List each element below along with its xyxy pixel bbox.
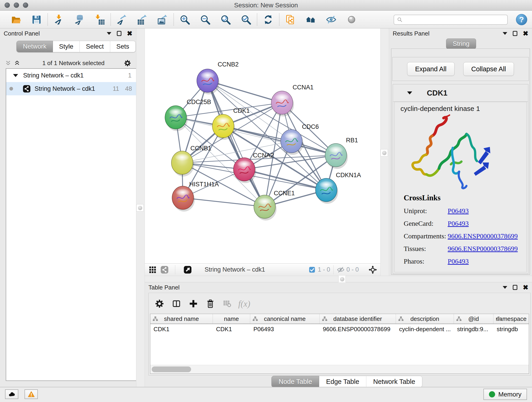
import-table-button[interactable] [89,12,110,27]
column-header-name[interactable]: name [213,314,250,324]
selected-checkbox-icon[interactable] [309,266,316,273]
crosslink-label: GeneCard: [404,220,448,227]
warnings-button[interactable] [25,389,38,399]
share-icon[interactable] [160,266,169,274]
export-image-button[interactable] [152,12,173,27]
column-header-canonical-name[interactable]: canonical name [250,314,320,324]
save-session-button[interactable] [26,12,47,27]
birdseye-icon[interactable] [184,266,192,274]
hscroll-thumb[interactable] [152,366,191,372]
panel-menu-icon[interactable] [107,32,111,35]
left-splitter-knob[interactable] [136,204,144,211]
toolbar-separator [279,13,279,26]
crosslink-value-link[interactable]: 9606.ENSP00000378699 [448,232,518,240]
memory-button[interactable]: Memory [483,389,527,400]
tab-select[interactable]: Select [80,41,110,52]
crosslink-value-link[interactable]: P06493 [448,220,469,227]
panel-close-icon[interactable]: ✖ [127,30,133,37]
network-options-gear-icon[interactable] [124,60,131,67]
split-view-button[interactable] [172,299,181,308]
zoom-selected-button[interactable] [236,12,256,27]
panel-menu-icon[interactable] [503,286,507,289]
tab-node-table[interactable]: Node Table [272,376,319,387]
panel-close-icon[interactable]: ✖ [523,284,528,291]
table-settings-button[interactable] [155,299,164,308]
right-splitter-knob[interactable] [380,149,388,157]
hide-selected-button[interactable] [321,12,341,27]
graphics-details-button[interactable] [341,12,362,27]
panel-float-icon[interactable] [513,31,517,36]
grid-view-icon[interactable] [148,266,157,274]
expand-all-icon[interactable] [14,60,20,66]
close-window-icon[interactable] [5,2,10,8]
column-header-description[interactable]: description [396,314,454,324]
collapse-all-icon[interactable] [5,60,11,66]
crosslink-value-link[interactable]: 9606.ENSP00000378699 [448,245,518,253]
tab-network-table[interactable]: Network Table [366,376,422,387]
panel-float-icon[interactable] [513,285,517,290]
right-splitter[interactable] [380,28,389,276]
tab-network[interactable]: Network [17,41,53,52]
hidden-eye-icon[interactable] [337,266,345,274]
first-neighbors-button[interactable] [301,12,321,27]
panel-menu-icon[interactable] [503,32,507,35]
column-header-shared-name[interactable]: shared name [150,314,213,324]
open-session-button[interactable] [6,12,26,27]
import-database-button[interactable] [69,12,89,27]
collapse-all-button[interactable]: Collapse All [463,62,514,76]
tab-sets[interactable]: Sets [110,41,136,52]
import-network-button[interactable] [49,12,69,27]
network-collection-row[interactable]: String Network – cdk1 1 [6,69,137,82]
fit-content-icon[interactable] [368,265,377,274]
minimize-window-icon[interactable] [14,2,19,8]
traffic-lights[interactable] [5,2,28,8]
column-header-database-identifier[interactable]: database identifier [320,314,396,324]
horizontal-splitter[interactable] [145,276,532,282]
table-row[interactable]: CDK1CDK1P064939606.ENSP00000378699cyclin… [150,324,529,334]
section-expander-icon[interactable] [407,91,412,95]
table-hscrollbar[interactable] [150,365,529,374]
help-button[interactable]: ? [516,14,527,25]
tab-string[interactable]: String [446,38,476,49]
export-table-button[interactable] [132,12,152,27]
tab-edge-table[interactable]: Edge Table [319,376,366,387]
network-node-CDKN1A[interactable] [316,178,338,204]
node-table[interactable]: shared namenamecanonical namedatabase id… [150,314,529,374]
add-column-button[interactable] [189,299,198,308]
panel-close-icon[interactable]: ✖ [523,30,528,37]
network-row-selected[interactable]: String Network – cdk1 11 48 [6,82,137,95]
crosslink-value-link[interactable]: P06493 [448,207,469,215]
left-splitter[interactable] [136,28,145,387]
export-network-button[interactable] [112,12,132,27]
crosslink-value-link[interactable]: P06493 [448,257,469,265]
zoom-in-button[interactable] [175,12,195,27]
column-header-namespace[interactable]: namespace [494,314,529,324]
expand-all-button[interactable]: Expand All [407,62,455,76]
network-node-HIST1H1A[interactable] [172,186,195,211]
network-node-CCNB2[interactable] [197,69,220,95]
zoom-window-icon[interactable] [23,2,28,8]
network-view[interactable]: CCNB2CCNA1CDC25BCDK1CDC6RB1CCNB1CCNA2CDK… [145,28,380,276]
gene-section-header[interactable]: CDK1 [393,84,528,102]
search-input[interactable] [403,16,507,24]
network-node-CCNA2[interactable] [234,158,256,183]
delete-column-button[interactable] [206,299,215,308]
network-node-CCNE1[interactable] [254,195,277,220]
global-search[interactable] [394,15,508,25]
network-node-CCNA1[interactable] [271,91,294,116]
zoom-fit-button[interactable] [215,12,236,27]
columns-icon [172,299,181,308]
tab-style[interactable]: Style [53,41,80,52]
column-header--id[interactable]: @id [454,314,494,324]
network-node-CDK1[interactable] [212,114,235,140]
collection-expander-icon[interactable] [13,74,18,77]
zoom-out-button[interactable] [195,12,215,27]
refresh-layout-button[interactable] [258,12,278,27]
network-node-CDC25B[interactable] [165,106,188,131]
network-from-clipboard-button[interactable] [280,12,301,27]
horizontal-splitter-knob[interactable] [338,275,346,283]
network-canvas[interactable]: CCNB2CCNA1CDC25BCDK1CDC6RB1CCNB1CCNA2CDK… [145,28,380,263]
cloud-status-button[interactable] [5,389,18,399]
panel-float-icon[interactable] [117,31,121,36]
network-node-RB1[interactable] [325,143,348,169]
